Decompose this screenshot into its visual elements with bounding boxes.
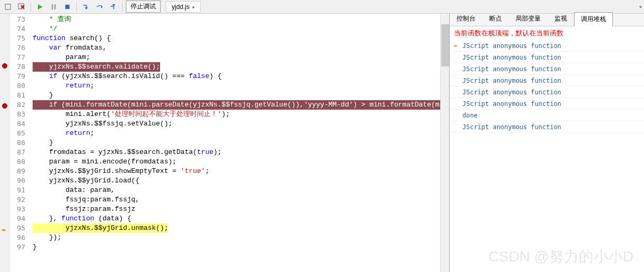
svg-rect-6 xyxy=(54,4,56,9)
code-line[interactable]: }); xyxy=(28,233,440,242)
code-line[interactable]: */ xyxy=(28,24,440,34)
line-number: 78 xyxy=(9,62,25,72)
code-line[interactable]: yjzxNs.$$search.validate(); xyxy=(28,62,440,72)
stack-frame[interactable]: JScript anonymous function xyxy=(450,86,644,98)
line-number: 85 xyxy=(9,129,25,138)
line-number: 77 xyxy=(9,53,25,62)
chevron-down-icon[interactable]: ▾ xyxy=(639,4,642,9)
svg-rect-7 xyxy=(65,5,70,9)
debug-tab-0[interactable]: 控制台 xyxy=(450,12,482,26)
line-number: 82 xyxy=(9,100,25,110)
line-number: 97 xyxy=(9,242,25,252)
code-line[interactable]: yjzxNs.$$yjGrid.unmask(); xyxy=(28,224,440,233)
line-number: 92 xyxy=(9,195,25,205)
stack-frame-label: JScript anonymous function xyxy=(462,100,561,108)
stack-frame-label: done xyxy=(462,112,478,119)
line-number: 75 xyxy=(9,34,25,43)
stack-frame[interactable]: JScript anonymous function xyxy=(450,52,644,63)
code-line[interactable]: if (yjzxNs.$$search.isValid() === false)… xyxy=(28,72,440,81)
svg-marker-9 xyxy=(101,5,103,8)
stack-frame-label: JScript anonymous function xyxy=(462,89,561,96)
current-line-arrow: ➨ xyxy=(2,227,9,234)
svg-rect-0 xyxy=(5,4,11,9)
line-number: 96 xyxy=(9,233,25,242)
line-number-gutter: 7374757677787980818283848586878889909192… xyxy=(9,14,28,272)
debug-tab-2[interactable]: 局部变量 xyxy=(509,12,548,26)
code-line[interactable]: data: param, xyxy=(28,186,440,195)
stack-message: 当前函数在栈顶端，默认在当前函数 xyxy=(450,26,644,40)
stack-frame[interactable]: ➨JScript anonymous function xyxy=(450,40,644,52)
stack-frame-label: JScript anonymous function xyxy=(462,42,561,50)
code-line[interactable]: if (mini.formatDate(mini.parseDate(yjzxN… xyxy=(28,100,440,110)
code-line[interactable]: function search() { xyxy=(28,34,440,43)
code-line[interactable]: param = mini.encode(fromdatas); xyxy=(28,157,440,167)
svg-marker-8 xyxy=(85,7,88,9)
breakpoint-marker[interactable] xyxy=(2,63,7,69)
code-line[interactable]: param; xyxy=(28,53,440,62)
line-number: 88 xyxy=(9,157,25,167)
step-over-icon[interactable] xyxy=(94,1,105,13)
stack-frame-label: JScript anonymous function xyxy=(462,123,561,131)
breakpoint-marker[interactable] xyxy=(2,103,7,109)
code-line[interactable]: } xyxy=(28,138,440,148)
svg-rect-5 xyxy=(52,4,53,9)
stack-frame[interactable]: JScript anonymous function xyxy=(450,121,644,133)
stop-icon[interactable] xyxy=(62,1,73,13)
code-line[interactable]: fssjq:param.fssjq, xyxy=(28,195,440,205)
line-number: 93 xyxy=(9,205,25,214)
code-line[interactable]: yjzxNs.$$yjGrid.showEmptyText = 'true'; xyxy=(28,167,440,176)
line-number: 86 xyxy=(9,138,25,148)
code-line[interactable]: yjzxNs.$$yjGrid.load({ xyxy=(28,176,440,186)
code-line[interactable]: } xyxy=(28,242,440,252)
toolbar-btn-1[interactable] xyxy=(2,1,14,13)
line-number: 76 xyxy=(9,43,25,53)
scrollbar-thumb[interactable] xyxy=(441,24,449,66)
debug-tab-3[interactable]: 监视 xyxy=(548,12,574,26)
stack-frame[interactable]: JScript anonymous function xyxy=(450,75,644,86)
stack-frame-label: JScript anonymous function xyxy=(462,77,561,84)
code-line[interactable]: fssjz:param.fssjz xyxy=(28,205,440,214)
line-number: 91 xyxy=(9,186,25,195)
code-line[interactable]: var fromdatas, xyxy=(28,43,440,53)
line-number: 80 xyxy=(9,81,25,91)
line-number: 90 xyxy=(9,176,25,186)
debug-tab-1[interactable]: 断点 xyxy=(482,12,509,26)
step-into-icon[interactable] xyxy=(80,1,92,13)
line-number: 94 xyxy=(9,214,25,224)
stack-frame-label: JScript anonymous function xyxy=(462,54,561,61)
play-icon[interactable] xyxy=(34,1,46,13)
code-line[interactable]: } xyxy=(28,91,440,100)
code-line[interactable]: mini.alert('处理时间起不能大于处理时间止！'); xyxy=(28,110,440,119)
chevron-down-icon: ▾ xyxy=(191,5,195,10)
code-line[interactable]: yjzxNs.$$fssjq.setValue(); xyxy=(28,119,440,129)
code-line[interactable]: return; xyxy=(28,129,440,138)
code-line[interactable]: * 查询 xyxy=(28,15,440,24)
code-line[interactable]: fromdatas = yjzxNs.$$search.getData(true… xyxy=(28,148,440,157)
line-number: 87 xyxy=(9,148,25,157)
call-stack-list: ➨JScript anonymous functionJScript anony… xyxy=(450,40,644,272)
debug-tab-4[interactable]: 调用堆栈 xyxy=(574,12,613,26)
line-number: 79 xyxy=(9,72,25,81)
code-line[interactable]: return; xyxy=(28,81,440,91)
close-debug-icon[interactable] xyxy=(16,1,27,13)
file-tab[interactable]: yjdd.js ▾ xyxy=(166,1,201,13)
line-number: 81 xyxy=(9,91,25,100)
line-number: 73 xyxy=(9,15,25,24)
code-editor[interactable]: ➨ 73747576777879808182838485868788899091… xyxy=(0,14,449,272)
line-number: 89 xyxy=(9,167,25,176)
debug-tabs: 控制台断点局部变量监视调用堆栈 xyxy=(450,14,644,26)
vertical-scrollbar[interactable] xyxy=(440,14,449,272)
code-line[interactable]: }, function (data) { xyxy=(28,214,440,224)
pause-icon[interactable] xyxy=(48,1,60,13)
line-number: 84 xyxy=(9,119,25,129)
debug-panel: 控制台断点局部变量监视调用堆栈 当前函数在栈顶端，默认在当前函数 ➨JScrip… xyxy=(449,14,644,272)
stop-debug-button[interactable]: 停止调试 xyxy=(126,1,161,13)
stack-frame[interactable]: JScript anonymous function xyxy=(450,63,644,75)
svg-marker-4 xyxy=(38,4,43,9)
stack-frame[interactable]: JScript anonymous function xyxy=(450,98,644,110)
code-area[interactable]: * 查询 */function search() { var fromdatas… xyxy=(28,14,440,272)
breakpoint-gutter[interactable]: ➨ xyxy=(0,14,9,272)
line-number: 74 xyxy=(9,24,25,34)
stack-frame[interactable]: done xyxy=(450,110,644,121)
step-out-icon[interactable] xyxy=(107,1,119,13)
